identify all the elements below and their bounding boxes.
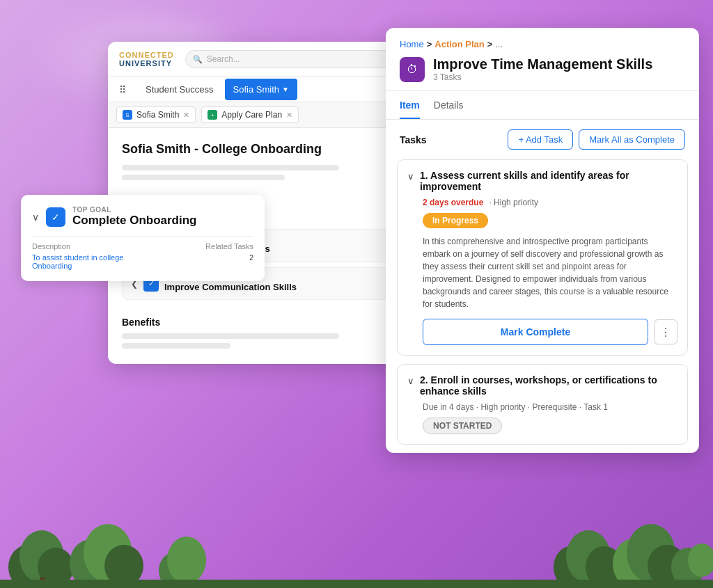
tab-care-plan[interactable]: + Apply Care Plan ✕ — [201, 106, 299, 123]
logo-university: UNIVERSITY — [119, 59, 174, 67]
line-1 — [122, 165, 339, 170]
search-icon: 🔍 — [193, 55, 203, 64]
goal-title: Complete Onboarding — [72, 214, 197, 228]
task1-number: 1. — [420, 170, 428, 181]
tasks-label: Tasks — [400, 134, 427, 145]
task2-prereq: · Prerequisite — [528, 402, 577, 412]
action-plan-title: Improve Time Management Skills — [433, 56, 652, 72]
breadcrumb-sep1: > — [427, 39, 432, 49]
grid-icon: ⠿ — [119, 84, 126, 95]
nav-bar: ⠿ Student Success Sofia Smith ▼ — [108, 77, 407, 102]
task1-title-text: Assess current skills and identify areas… — [420, 170, 629, 192]
benefit-line-2 — [122, 343, 230, 349]
tab-bar: S Sofia Smith ✕ + Apply Care Plan ✕ — [108, 102, 407, 128]
benefits-section: Benefits — [108, 317, 407, 364]
tab-sofia[interactable]: S Sofia Smith ✕ — [116, 106, 196, 123]
panel-content: Sofia Smith - College Onboarding — [108, 128, 407, 200]
right-panel: Home > Action Plan > ... ⏱ Improve Time … — [386, 28, 699, 453]
task1-title: 1. Assess current skills and identify ar… — [420, 170, 677, 192]
logo-connected: CONNECTED — [119, 51, 174, 59]
top-goal-label: TOP GOAL — [72, 206, 197, 214]
benefits-title: Benefits — [122, 317, 393, 328]
task2-due: Due in 4 days — [423, 402, 473, 412]
right-panel-header: Home > Action Plan > ... ⏱ Improve Time … — [386, 28, 699, 91]
task2-header: ∨ 2. Enroll in courses, workshops, or ce… — [398, 365, 687, 402]
task2-status-badge: NOT STARTED — [423, 418, 502, 434]
breadcrumb: Home > Action Plan > ... — [400, 39, 685, 49]
task2-title: 2. Enroll in courses, workshops, or cert… — [420, 374, 677, 397]
breadcrumb-action-plan[interactable]: Action Plan — [434, 39, 485, 49]
task1-description: In this comprehensive and introspective … — [398, 235, 687, 319]
nav-sofia-btn[interactable]: Sofia Smith ▼ — [225, 79, 297, 100]
panel-main-title: Sofia Smith - College Onboarding — [122, 142, 393, 157]
goal-checkbox: ✓ — [46, 207, 65, 227]
nav-student-success[interactable]: Student Success — [134, 77, 225, 102]
desc-label: Description — [32, 242, 141, 251]
task1-priority: · High priority — [489, 198, 538, 207]
task1-header: ∨ 1. Assess current skills and identify … — [398, 160, 687, 198]
goal-meta: Description Related Tasks To assist stud… — [32, 236, 253, 270]
tab-sofia-icon: S — [123, 110, 132, 120]
benefit-line-1 — [122, 333, 339, 339]
task-actions: + Add Task Mark All as Complete — [508, 129, 685, 150]
tab-details[interactable]: Details — [434, 100, 464, 119]
desc-value: To assist student in college Onboarding — [32, 253, 141, 270]
goal-card: ∨ ✓ TOP GOAL Complete Onboarding Descrip… — [21, 195, 265, 281]
goal-header: ∨ ✓ TOP GOAL Complete Onboarding — [32, 206, 253, 228]
goal-chevron[interactable]: ∨ — [32, 212, 39, 223]
tab-sofia-close[interactable]: ✕ — [183, 111, 189, 120]
sg2-name: Improve Communication Skills — [164, 282, 297, 292]
task2-ref: · Task 1 — [579, 402, 608, 412]
tasks-toolbar: Tasks + Add Task Mark All as Complete — [386, 120, 699, 159]
nav-sofia-label: Sofia Smith — [233, 84, 279, 95]
content-lines — [122, 165, 393, 180]
task-card-2: ∨ 2. Enroll in courses, workshops, or ce… — [397, 364, 688, 445]
related-count: 2 — [144, 253, 253, 270]
task2-chevron[interactable]: ∨ — [407, 376, 414, 386]
panel-tabs: Item Details — [386, 91, 699, 120]
add-task-button[interactable]: + Add Task — [508, 129, 573, 150]
tab-care-icon: + — [207, 110, 217, 120]
task1-actions: Mark Complete ⋮ — [398, 319, 687, 355]
breadcrumb-ellipsis: ... — [495, 39, 503, 49]
search-bar[interactable]: 🔍 Search... — [185, 50, 396, 68]
chevron-down-icon: ▼ — [282, 86, 289, 93]
action-plan-title-area: Improve Time Management Skills 3 Tasks — [433, 56, 652, 82]
tab-sofia-label: Sofia Smith — [136, 110, 179, 120]
panel-header: CONNECTED UNIVERSITY 🔍 Search... — [108, 42, 407, 77]
task1-status-area: In Progress — [398, 213, 687, 235]
mark-complete-button[interactable]: Mark Complete — [423, 319, 648, 345]
task2-number: 2. — [420, 374, 428, 386]
task1-status-badge: In Progress — [423, 213, 488, 228]
mark-all-complete-button[interactable]: Mark All as Complete — [579, 129, 685, 150]
tab-care-label: Apply Care Plan — [221, 110, 282, 120]
task1-meta: 2 days overdue · High priority — [398, 198, 687, 213]
task-card-1: ∨ 1. Assess current skills and identify … — [397, 159, 688, 356]
breadcrumb-home[interactable]: Home — [400, 39, 424, 49]
action-plan-subtitle: 3 Tasks — [433, 72, 652, 82]
task2-priority: · High priority — [476, 402, 526, 412]
line-2 — [122, 175, 285, 180]
task2-meta: Due in 4 days · High priority · Prerequi… — [398, 402, 687, 418]
action-plan-header: ⏱ Improve Time Management Skills 3 Tasks — [400, 56, 685, 82]
svg-point-9 — [167, 537, 206, 584]
task2-title-text: Enroll in courses, workshops, or certifi… — [420, 374, 657, 397]
tab-care-close[interactable]: ✕ — [286, 111, 292, 120]
task2-status-area: NOT STARTED — [398, 418, 687, 444]
task1-more-button[interactable]: ⋮ — [654, 319, 677, 344]
logo: CONNECTED UNIVERSITY — [119, 51, 174, 67]
related-label: Related Tasks — [144, 242, 253, 251]
breadcrumb-sep2: > — [487, 39, 493, 49]
action-plan-icon: ⏱ — [400, 57, 425, 82]
task1-chevron[interactable]: ∨ — [407, 171, 414, 182]
tab-item[interactable]: Item — [400, 100, 420, 119]
search-placeholder: Search... — [207, 54, 240, 64]
task1-overdue: 2 days overdue — [423, 198, 483, 207]
trees-decoration — [0, 498, 713, 588]
svg-rect-21 — [0, 580, 713, 588]
goal-text-area: TOP GOAL Complete Onboarding — [72, 206, 197, 228]
